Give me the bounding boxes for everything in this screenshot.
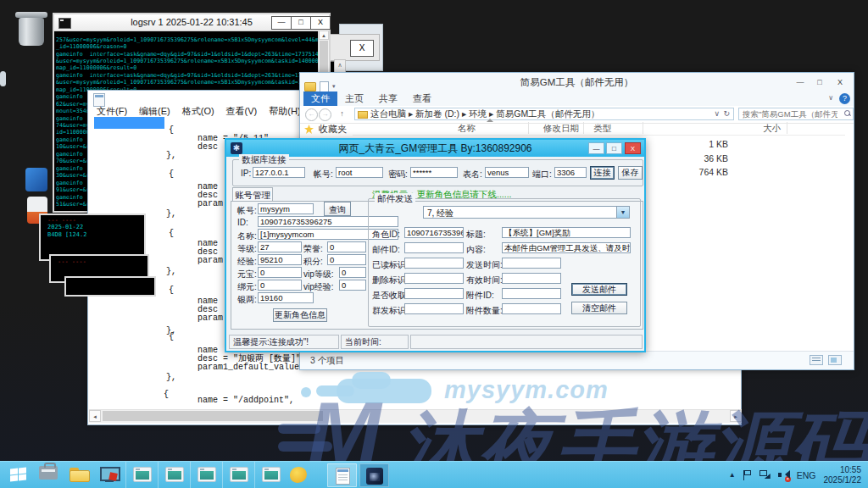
breadcrumb[interactable]: 这台电脑 ▸ 新加卷 (D:) ▸ 环境 ▸ 简易GM工具（邮件无用） [370, 108, 599, 119]
sidebar-item-favorites[interactable]: 收藏夹 [304, 123, 347, 136]
account-field[interactable]: 95210 [258, 254, 302, 265]
mail-field[interactable] [404, 303, 464, 314]
scroll-right-icon[interactable]: ▸ [730, 410, 742, 422]
taskbar-active-app-button[interactable] [359, 463, 389, 487]
mail-field2[interactable]: 【系统】[GM]奖励 [502, 227, 631, 238]
minimize-button[interactable]: — [271, 16, 292, 30]
account-field[interactable]: 0 [258, 267, 302, 278]
notepad-text-selection[interactable] [94, 117, 164, 129]
desktop-icon-partial[interactable] [0, 71, 6, 86]
address-bar[interactable]: 这台电脑 ▸ 新加卷 (D:) ▸ 环境 ▸ 简易GM工具（邮件无用） ∨ ↻ [354, 108, 734, 120]
mail-field[interactable] [404, 273, 464, 284]
file-size-cell[interactable]: 1 KB [677, 139, 728, 149]
network-icon[interactable] [760, 470, 771, 480]
column-headers[interactable]: 名称修改日期类型大小 [353, 121, 845, 136]
maximize-button[interactable]: □ [606, 142, 622, 154]
db-field-4[interactable]: 3306 [554, 167, 587, 178]
send-mail-button[interactable]: 发送邮件 [571, 283, 627, 296]
server-manager-icon[interactable] [39, 466, 58, 480]
mini-console-window-3[interactable] [64, 276, 156, 297]
tab-2[interactable]: 共享 [371, 92, 405, 106]
account-field[interactable]: 19160 [258, 292, 314, 303]
scroll-left-icon[interactable]: ◂ [89, 410, 101, 422]
update-role-button[interactable]: 更新角色信息 [273, 308, 327, 322]
volume-muted-icon[interactable]: ✕ [778, 470, 789, 480]
address-chevron-icon[interactable]: ∨ [714, 108, 720, 119]
minimize-button[interactable]: — [588, 142, 604, 154]
taskbar-console-button[interactable] [125, 462, 159, 488]
taskbar-notepad-button[interactable] [327, 463, 357, 487]
column-header-1[interactable]: 修改日期 [543, 123, 579, 135]
tab-0[interactable]: 文件 [303, 92, 337, 106]
account-field2[interactable]: 0 [327, 254, 366, 265]
yellow-app-icon[interactable] [290, 467, 307, 483]
taskbar-console-button[interactable] [158, 462, 191, 488]
menu-item[interactable]: 文件(F) [97, 105, 127, 118]
hidden-icons-chevron[interactable]: ▲ [729, 471, 736, 479]
clear-mail-button[interactable]: 清空邮件 [571, 302, 627, 314]
start-button[interactable] [3, 462, 34, 488]
mail-field[interactable] [404, 242, 464, 253]
forward-button[interactable]: → [319, 108, 331, 121]
gm-titlebar[interactable]: ✱ 网页_大青云_GM管理工具 By:1360892906 — □ X [226, 140, 644, 157]
hscrollbar-thumb[interactable] [103, 411, 323, 421]
query-button[interactable]: 查询 [324, 202, 351, 216]
db-field-3[interactable]: venus [485, 167, 529, 178]
logsrv-titlebar[interactable]: logsrv 1 2025-01-22 10:31:45 — □ X [54, 14, 329, 31]
menu-item[interactable]: 查看(V) [226, 105, 258, 118]
mail-field[interactable] [404, 258, 464, 269]
chevron-down-icon[interactable]: ▼ [616, 207, 629, 218]
tab-3[interactable]: 查看 [405, 92, 439, 106]
account-field[interactable]: 27 [258, 241, 302, 252]
mail-preset-dropdown[interactable]: 7, 经验 ▼ [423, 206, 630, 219]
account-field2[interactable]: 0 [339, 267, 366, 278]
language-indicator[interactable]: ENG [797, 470, 816, 480]
menu-item[interactable]: 格式(O) [182, 105, 214, 118]
connect-button[interactable]: 连接 [590, 166, 615, 180]
taskbar-console-button[interactable] [254, 462, 287, 488]
menu-item[interactable]: 编辑(E) [139, 105, 170, 118]
account-field[interactable]: 0 [258, 280, 302, 291]
mail-field2[interactable] [502, 273, 561, 284]
close-button[interactable]: X [831, 76, 849, 89]
save-button[interactable]: 保存 [618, 166, 643, 180]
ribbon-chevron-icon[interactable]: ∨ [828, 94, 833, 102]
account-field2[interactable]: 0 [339, 280, 366, 291]
mail-field2[interactable]: 本邮件由GM管理工具发送、请及时领取。 [502, 242, 631, 253]
list-view-icon[interactable] [810, 355, 823, 365]
search-input[interactable]: 搜索"简易GM工具（邮件无用... [738, 108, 854, 120]
scroll-up-icon[interactable]: ▲ [319, 30, 329, 40]
file-size-cell[interactable]: 36 KB [677, 153, 728, 164]
action-center-flag-icon[interactable] [743, 470, 752, 480]
mail-field[interactable] [404, 288, 464, 299]
taskbar-clock[interactable]: 10:55 2025/1/22 [824, 465, 862, 485]
hidden-console-close-button[interactable]: X [350, 40, 374, 57]
minimize-button[interactable]: — [791, 76, 810, 89]
notepad-hscrollbar[interactable]: ◂ ▸ [89, 409, 742, 423]
db-field-0[interactable]: 127.0.0.1 [253, 167, 305, 178]
account-field[interactable]: mysyym [258, 203, 314, 214]
help-icon[interactable]: ? [839, 93, 850, 104]
explorer-titlebar[interactable]: ▾ 简易GM工具（邮件无用） — □ X [300, 73, 854, 92]
taskbar-console-button[interactable] [222, 462, 255, 488]
back-button[interactable]: ← [305, 108, 318, 121]
mail-field[interactable]: 1090716735396275 [404, 227, 464, 238]
maximize-button[interactable]: □ [810, 76, 829, 89]
desktop-icon-blue[interactable] [25, 168, 47, 191]
refresh-icon[interactable]: ↻ [723, 108, 730, 119]
tab-1[interactable]: 主页 [337, 92, 371, 106]
up-button[interactable]: ↑ [336, 108, 348, 119]
close-button[interactable]: X [625, 142, 641, 154]
account-field2[interactable]: 0 [327, 241, 366, 252]
db-field-2[interactable]: ****** [410, 167, 458, 178]
thumbnail-view-icon[interactable] [828, 355, 842, 365]
taskbar-console-button[interactable] [190, 462, 223, 488]
file-explorer-icon[interactable] [70, 468, 90, 482]
recycle-bin-icon[interactable] [17, 8, 46, 47]
column-header-0[interactable]: 名称 [458, 123, 476, 135]
column-header-2[interactable]: 类型 [593, 123, 611, 135]
file-size-cell[interactable]: 764 KB [677, 167, 728, 177]
launcher-icon[interactable] [99, 467, 120, 482]
mail-field2[interactable] [502, 303, 561, 314]
close-button[interactable]: X [310, 16, 331, 30]
